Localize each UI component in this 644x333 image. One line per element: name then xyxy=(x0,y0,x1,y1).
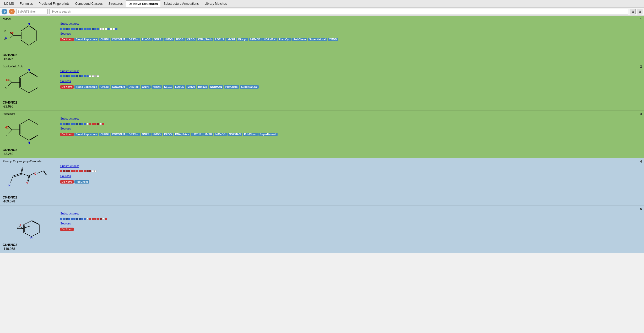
source-tag[interactable]: LOTUS xyxy=(174,85,185,89)
nav-formulas[interactable]: Formulas xyxy=(17,1,35,7)
source-tag[interactable]: NORMAN xyxy=(228,133,242,136)
tool-button-1[interactable]: ⚙ xyxy=(2,9,7,14)
source-tag[interactable]: CHEBI xyxy=(99,133,110,136)
source-tag[interactable]: De Novo xyxy=(60,38,74,41)
settings-button[interactable]: ⊟ xyxy=(637,9,642,14)
sub-dot xyxy=(105,28,107,30)
substructures-label-4[interactable]: Substructures: xyxy=(60,164,641,168)
source-tag[interactable]: MeSH xyxy=(186,85,196,89)
substructures-label-2[interactable]: Substructures: xyxy=(60,69,641,73)
svg-text:O: O xyxy=(5,87,7,89)
source-tag[interactable]: KNApSAck xyxy=(174,133,190,136)
source-tag[interactable]: GNPS xyxy=(141,133,151,136)
source-tag[interactable]: DSSTox xyxy=(127,133,140,136)
source-tag[interactable]: Biocyc xyxy=(237,38,248,41)
source-tag[interactable]: PubChem xyxy=(292,38,307,41)
nav-predicted-fingerprints[interactable]: Predicted Fingerprints xyxy=(36,1,72,7)
source-tag[interactable]: DSSTox xyxy=(127,85,140,89)
substructures-label-3[interactable]: Substructures: xyxy=(60,117,641,120)
row-number-3: 3 xyxy=(640,112,642,116)
sub-dot xyxy=(84,170,86,172)
sources-label-3[interactable]: Sources xyxy=(60,127,641,130)
nav-compound-classes[interactable]: Compound Classes xyxy=(73,1,105,7)
source-tag[interactable]: HMDB xyxy=(151,133,162,136)
source-tag[interactable]: SuperNatural xyxy=(308,38,327,41)
source-tag[interactable]: YMDB xyxy=(328,38,338,41)
nav-substructure-annotations[interactable]: Substructure Annotations xyxy=(161,1,201,7)
source-tag[interactable]: NORMAN xyxy=(262,38,277,41)
source-tag[interactable]: KEGG xyxy=(163,133,173,136)
source-tag[interactable]: De Novo xyxy=(60,180,74,184)
source-tag[interactable]: PlantCyc xyxy=(278,38,291,41)
source-tag[interactable]: KEGG xyxy=(186,38,196,41)
sub-dot xyxy=(97,123,99,125)
source-tag[interactable]: PubChem xyxy=(243,133,258,136)
source-tag[interactable]: MeSH xyxy=(226,38,236,41)
source-tag[interactable]: CHEBI xyxy=(99,85,110,89)
sources-label-5[interactable]: Sources xyxy=(60,222,641,225)
sub-dot xyxy=(71,218,73,220)
nav-de-novo-structures[interactable]: De Novo Structures xyxy=(126,1,160,7)
source-tag[interactable]: KNApSAck xyxy=(197,38,213,41)
svg-line-39 xyxy=(37,171,43,173)
tool-button-2[interactable]: ✕ xyxy=(9,9,15,14)
sub-dot xyxy=(86,28,89,30)
source-tag[interactable]: De Novo xyxy=(60,85,74,89)
row-number-4: 4 xyxy=(640,160,642,163)
source-tag[interactable]: PubChem xyxy=(74,180,89,184)
source-tag[interactable]: NiMeDB xyxy=(249,38,262,41)
source-tag[interactable]: HMDB xyxy=(164,38,174,41)
sub-dot xyxy=(84,218,86,220)
source-tag[interactable]: MeSH xyxy=(203,133,213,136)
source-tag[interactable]: COCONUT xyxy=(111,38,127,41)
sub-dot xyxy=(89,123,91,125)
sub-dot xyxy=(71,170,73,172)
molecule-svg-1: N N HO O O xyxy=(3,18,50,53)
sub-dot xyxy=(84,28,86,30)
substructures-label-1[interactable]: Substructures: xyxy=(60,22,641,25)
sub-dot xyxy=(76,170,78,172)
source-tag[interactable]: COCONUT xyxy=(111,133,127,136)
sub-dot xyxy=(73,170,75,172)
source-tag[interactable]: De Novo xyxy=(60,133,74,136)
source-tag[interactable]: Blood Exposome xyxy=(74,38,99,41)
sources-label-2[interactable]: Sources xyxy=(60,79,641,83)
source-tag[interactable]: Biocyc xyxy=(197,85,208,89)
source-tag[interactable]: NORMAN xyxy=(209,85,223,89)
source-tag[interactable]: Blood Exposome xyxy=(74,133,99,136)
source-tag[interactable]: HMDB xyxy=(151,85,162,89)
source-tag[interactable]: GNPS xyxy=(141,85,151,89)
source-tag[interactable]: GNPS xyxy=(153,38,163,41)
sub-dot xyxy=(94,170,96,172)
substructures-label-5[interactable]: Substructures: xyxy=(60,212,641,215)
nav-library-matches[interactable]: Library Matches xyxy=(202,1,229,7)
source-tag[interactable]: SuperNatural xyxy=(240,85,259,89)
sources-label-4[interactable]: Sources xyxy=(60,174,641,178)
export-button[interactable]: ⊞ xyxy=(630,9,636,14)
source-tag[interactable]: De Novo xyxy=(60,228,74,231)
source-tag[interactable]: SuperNatural xyxy=(258,133,278,136)
sources-label-1[interactable]: Sources xyxy=(60,32,641,35)
source-tag[interactable]: FooDB xyxy=(141,38,152,41)
source-tag[interactable]: CHEBI xyxy=(99,38,110,41)
svg-line-48 xyxy=(32,221,39,224)
source-tag[interactable]: LOTUS xyxy=(214,38,225,41)
nav-lcms[interactable]: LC-MS xyxy=(2,1,17,7)
smarts-input[interactable] xyxy=(16,9,48,14)
source-tag[interactable]: NiMeDB xyxy=(214,133,227,136)
source-tag[interactable]: COCONUT xyxy=(111,85,127,89)
source-tag[interactable]: HSDB xyxy=(175,38,185,41)
source-tag[interactable]: PubChem xyxy=(224,85,239,89)
source-tag[interactable]: KEGG xyxy=(163,85,173,89)
source-tag[interactable]: LOTUS xyxy=(191,133,203,136)
sources-row-1: De NovoBlood ExposomeCHEBICOCONUTDSSToxF… xyxy=(60,38,641,41)
svg-line-19 xyxy=(8,82,12,86)
sub-dot xyxy=(63,170,65,172)
result-row-4: 4Ethenyl 2-cyanoprop-2-enoate O O N C6H5… xyxy=(0,158,644,206)
source-tag[interactable]: Blood Exposome xyxy=(74,85,99,89)
nav-structures[interactable]: Structures xyxy=(106,1,125,7)
sub-dot xyxy=(105,218,107,220)
source-tag[interactable]: DSSTox xyxy=(127,38,140,41)
search-input[interactable] xyxy=(49,9,628,14)
molecule-area-2: N HO O C6H5NO2-22.996 xyxy=(3,65,55,108)
